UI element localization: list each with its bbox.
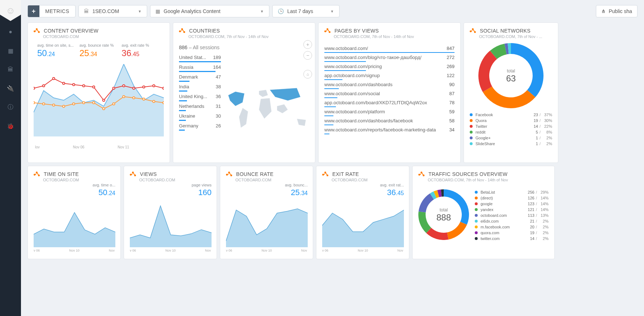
card-subtitle: OCTOBOARD.COM [43,178,115,182]
page-row[interactable]: www.octoboard.com/reports/facebook-marke… [324,125,455,134]
card-subtitle: OCTOBOARD.COM [332,178,403,182]
svg-point-2 [52,104,55,106]
sidebar-plug-icon[interactable]: 🔌 [0,80,21,96]
zoom-in-button[interactable]: + [303,40,312,49]
chevron-down-icon: ▼ [330,9,334,13]
card-content-overview: CONTENT OVERVIEW OCTOBOARD.COM avg. time… [27,22,170,163]
source-selector[interactable]: ▦ Google Analytics Content ▼ [150,5,269,17]
country-row[interactable]: Russia164 [179,62,221,72]
page-row[interactable]: www.octoboard.com/dashboards90 [324,80,455,89]
site-selector[interactable]: 🏛 1SEO.COM ▼ [78,5,147,17]
sidebar-bug-icon[interactable]: 🐞 [0,118,21,134]
x-label: Nov [397,249,403,252]
svg-point-8 [113,103,115,105]
add-metrics-button[interactable]: + METRICS [27,5,76,17]
card-subtitle: OCTOBOARD.COM [235,178,307,182]
legend-item[interactable]: Quora19/30% [470,118,552,123]
legend-dot [470,119,473,122]
card-title: TIME ON SITE [44,171,79,177]
legend-item[interactable]: twitter.com14/2% [475,236,549,241]
legend-dot [475,197,478,199]
svg-point-25 [143,86,145,88]
public-share-button[interactable]: ⋔ Public sha [596,5,637,17]
card-views: VIEWS OCTOBOARD.COM page views160 v 06No… [124,166,217,259]
page-row[interactable]: app.octoboard.com/board/XKD72LfTDtQAqW2o… [324,98,455,107]
donut-total-label: total [418,207,469,212]
legend-item[interactable]: google123/14% [475,201,549,207]
sidebar-user-icon[interactable]: ● [0,24,21,40]
svg-point-5 [82,102,85,104]
card-title: EXIT RATE [332,171,359,177]
card-time-on-site: TIME ON SITE OCTOBOARD.COM avg. time o..… [27,166,121,259]
legend-dot [475,208,478,211]
page-row[interactable]: www.octoboard.com/social87 [324,89,455,98]
page-row[interactable]: app.octoboard.com/signup122 [324,71,455,80]
legend-item[interactable]: m.facebook.com20/2% [475,224,549,230]
legend-dot [470,125,473,128]
bank-icon: 🏛 [84,8,89,14]
page-row[interactable]: www.octoboard.com/pricing269 [324,62,455,71]
svg-point-18 [73,84,75,86]
legend-item[interactable]: Twitter14/22% [470,123,552,129]
country-row[interactable]: India38 [179,82,221,92]
ga-icon [130,172,136,177]
card-title: BOUNCE RATE [236,171,273,177]
x-label: Nov 10 [69,249,80,252]
country-row[interactable]: Netherlands31 [179,101,221,111]
svg-point-20 [93,86,95,88]
metric: avg. bounc...25.34 [285,183,308,197]
svg-point-23 [123,85,125,87]
donut-total: 63 [506,73,516,84]
svg-point-1 [43,103,45,105]
legend-item[interactable]: octoboard.com113/13% [475,212,549,218]
chevron-down-icon: ▼ [138,9,142,13]
page-row[interactable]: www.octoboard.com/platform59 [324,107,455,116]
card-subtitle: OCTOBOARD.COM, 7th of Nov - 14th of Nov [428,178,549,182]
metric: avg. bounce rate %25.34 [80,43,122,58]
share-label: Public sha [609,8,632,14]
daterange-selector[interactable]: 🕒 Last 7 days ▼ [272,5,340,17]
legend-dot [475,214,478,217]
dashboard-grid: CONTENT OVERVIEW OCTOBOARD.COM avg. time… [27,22,637,259]
country-row[interactable]: Germany26 [179,121,221,131]
world-map[interactable] [225,77,311,136]
legend-item[interactable]: Google+1/2% [470,135,552,141]
page-row[interactable]: www.octoboard.com/847 [324,44,455,53]
metric: page views160 [192,183,212,197]
card-subtitle: OCTOBOARD.COM [43,34,164,39]
metric: avg. exit rat...36.45 [380,183,404,197]
page-row[interactable]: www.octoboard.com/blog/что-такое-дашборд… [324,53,455,62]
card-title: COUNTRIES [189,28,220,34]
x-label: lov [35,145,40,149]
sidebar-bank-icon[interactable]: 🏛 [0,62,21,77]
sidebar-dashboard-icon[interactable]: ▦ [0,43,21,59]
country-row[interactable]: Denmark47 [179,72,221,82]
x-label: Nov [109,249,115,252]
legend-item[interactable]: ei6dx.com21/2% [475,218,549,224]
svg-point-14 [34,87,35,89]
legend-item[interactable]: Facebook23/37% [470,112,552,118]
sidebar-info-icon[interactable]: ⓘ [0,99,21,115]
legend-item[interactable]: (direct)126/14% [475,195,549,201]
country-row[interactable]: United King...36 [179,92,221,101]
share-icon: ⋔ [601,8,606,14]
card-subtitle: OCTOBOARD.COM, 7th of Nov - 14th of Nov [334,34,455,39]
card-title: TRAFFIC SOURCES OVERVIEW [428,171,508,177]
legend-item[interactable]: quora.com19/2% [475,230,549,236]
legend-item[interactable]: reddit5/8% [470,129,552,135]
mini-chart [130,204,212,247]
legend-item[interactable]: SlideShare1/2% [470,141,552,147]
ga-icon [179,28,185,33]
legend-item[interactable]: yandex121/14% [475,207,549,212]
zoom-out-button[interactable]: − [303,51,312,60]
page-row[interactable]: www.octoboard.com/dashboards/facebook58 [324,116,455,125]
country-row[interactable]: United Stat...189 [179,52,221,62]
svg-point-24 [133,87,135,89]
legend-item[interactable]: BetaList256/29% [475,189,549,195]
ga-icon [34,28,40,33]
card-title: SOCIAL NETWORKS [480,28,530,34]
donut-total-label: total [506,68,516,73]
card-pages-by-views: PAGES BY VIEWS OCTOBOARD.COM, 7th of Nov… [318,22,461,163]
country-row[interactable]: Ukraine30 [179,111,221,121]
svg-point-3 [63,105,65,108]
